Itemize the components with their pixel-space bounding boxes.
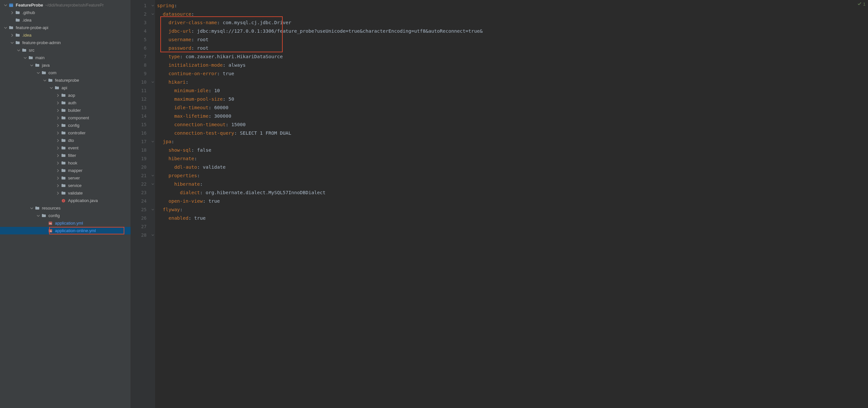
chevron-down-icon[interactable] bbox=[42, 78, 47, 83]
chevron-down-icon[interactable] bbox=[29, 63, 34, 68]
chevron-right-icon[interactable] bbox=[56, 153, 60, 158]
tree-folder[interactable]: component bbox=[0, 114, 130, 122]
chevron-right-icon[interactable] bbox=[56, 116, 60, 120]
chevron-right-icon[interactable] bbox=[10, 33, 14, 38]
chevron-right-icon[interactable] bbox=[56, 131, 60, 135]
code-line[interactable]: minimum-idle: 10 bbox=[157, 86, 868, 95]
tree-folder[interactable]: src bbox=[0, 46, 130, 54]
code-line[interactable]: type: com.zaxxer.hikari.HikariDataSource bbox=[157, 52, 868, 61]
tree-folder[interactable]: .idea bbox=[0, 31, 130, 39]
chevron-right-icon[interactable] bbox=[56, 183, 60, 188]
code-line[interactable]: jpa: bbox=[157, 137, 868, 146]
code-line[interactable] bbox=[157, 231, 868, 239]
code-line[interactable]: connection-timeout: 15000 bbox=[157, 120, 868, 129]
fold-open-icon[interactable] bbox=[151, 137, 155, 146]
code-line[interactable]: maximum-pool-size: 50 bbox=[157, 95, 868, 103]
code-line[interactable]: password: root bbox=[157, 44, 868, 52]
tree-folder[interactable]: builder bbox=[0, 107, 130, 114]
tree-folder[interactable]: config bbox=[0, 212, 130, 219]
tree-folder[interactable]: config bbox=[0, 122, 130, 129]
code-line[interactable]: ddl-auto: validate bbox=[157, 163, 868, 171]
chevron-right-icon[interactable] bbox=[56, 176, 60, 180]
chevron-right-icon[interactable] bbox=[56, 146, 60, 150]
chevron-right-icon[interactable] bbox=[56, 138, 60, 143]
tree-folder[interactable]: dto bbox=[0, 137, 130, 144]
code-line[interactable]: initialization-mode: always bbox=[157, 61, 868, 69]
tree-folder[interactable]: aop bbox=[0, 92, 130, 99]
chevron-down-icon[interactable] bbox=[23, 56, 28, 60]
code-line[interactable]: connection-test-query: SELECT 1 FROM DUA… bbox=[157, 129, 868, 137]
code-line[interactable]: show-sql: false bbox=[157, 146, 868, 154]
code-line[interactable]: continue-on-error: true bbox=[157, 69, 868, 78]
tree-folder[interactable]: server bbox=[0, 174, 130, 182]
tree-folder[interactable]: mapper bbox=[0, 167, 130, 174]
tree-folder[interactable]: hook bbox=[0, 159, 130, 167]
analysis-status[interactable]: 1 bbox=[857, 1, 865, 7]
code-line[interactable]: idle-timeout: 60000 bbox=[157, 103, 868, 112]
chevron-right-icon[interactable] bbox=[56, 108, 60, 113]
tree-folder[interactable]: featureprobe bbox=[0, 76, 130, 84]
tree-folder[interactable]: filter bbox=[0, 152, 130, 159]
tree-folder[interactable]: com bbox=[0, 69, 130, 76]
chevron-down-icon[interactable] bbox=[36, 213, 40, 218]
chevron-down-icon[interactable] bbox=[10, 40, 14, 45]
chevron-down-icon[interactable] bbox=[3, 3, 8, 7]
fold-open-icon[interactable] bbox=[151, 205, 155, 214]
chevron-right-icon[interactable] bbox=[56, 161, 60, 165]
tree-folder[interactable]: validate bbox=[0, 189, 130, 197]
code-line[interactable]: spring: bbox=[157, 1, 868, 10]
chevron-down-icon[interactable] bbox=[29, 206, 34, 210]
tree-folder[interactable]: feature-probe-api bbox=[0, 24, 130, 31]
code-line[interactable]: properties: bbox=[157, 171, 868, 180]
chevron-right-icon[interactable] bbox=[56, 93, 60, 98]
chevron-right-icon[interactable] bbox=[56, 101, 60, 105]
code-line[interactable]: open-in-view: true bbox=[157, 197, 868, 205]
code-line[interactable]: username: root bbox=[157, 35, 868, 44]
project-tree-panel[interactable]: FeatureProbe~/didi/featureprobe/ssh/Feat… bbox=[0, 0, 131, 408]
chevron-down-icon[interactable] bbox=[17, 48, 21, 53]
fold-open-icon[interactable] bbox=[151, 231, 155, 239]
tree-folder[interactable]: event bbox=[0, 144, 130, 152]
code-line[interactable]: hibernate: bbox=[157, 180, 868, 188]
code-line[interactable] bbox=[157, 222, 868, 231]
tree-folder[interactable]: service bbox=[0, 182, 130, 189]
tree-folder[interactable]: main bbox=[0, 54, 130, 62]
code-line[interactable]: driver-class-name: com.mysql.cj.jdbc.Dri… bbox=[157, 18, 868, 27]
tree-folder[interactable]: controller bbox=[0, 129, 130, 137]
chevron-down-icon[interactable] bbox=[3, 26, 8, 30]
chevron-right-icon[interactable] bbox=[56, 123, 60, 128]
tree-folder[interactable]: java bbox=[0, 62, 130, 69]
code-line[interactable]: max-lifetime: 300000 bbox=[157, 112, 868, 120]
tree-file[interactable]: JApplication.java bbox=[0, 197, 130, 204]
tree-folder[interactable]: FeatureProbe~/didi/featureprobe/ssh/Feat… bbox=[0, 1, 130, 9]
code-area[interactable]: spring: datasource: driver-class-name: c… bbox=[155, 0, 868, 408]
fold-open-icon[interactable] bbox=[151, 10, 155, 18]
chevron-down-icon[interactable] bbox=[49, 86, 54, 90]
chevron-right-icon[interactable] bbox=[56, 168, 60, 173]
tree-folder[interactable]: .idea bbox=[0, 16, 130, 24]
fold-open-icon[interactable] bbox=[151, 171, 155, 180]
code-line[interactable]: flyway: bbox=[157, 205, 868, 214]
chevron-right-icon[interactable] bbox=[56, 191, 60, 196]
fold-open-icon[interactable] bbox=[151, 180, 155, 188]
tree-folder[interactable]: api bbox=[0, 84, 130, 92]
tree-folder[interactable]: .github bbox=[0, 9, 130, 16]
fold-open-icon[interactable] bbox=[151, 1, 155, 10]
code-line[interactable]: jdbc-url: jdbc:mysql://127.0.0.1:3306/fe… bbox=[157, 27, 868, 35]
tree-file[interactable]: YMLapplication-online.yml bbox=[0, 227, 130, 234]
code-editor[interactable]: 1234567891011121314151617181920212223242… bbox=[131, 0, 868, 408]
code-line[interactable]: dialect: org.hibernate.dialect.MySQL57In… bbox=[157, 188, 868, 197]
fold-gutter[interactable] bbox=[151, 0, 155, 408]
code-line[interactable]: hibernate: bbox=[157, 154, 868, 163]
tree-folder[interactable]: auth bbox=[0, 99, 130, 107]
fold-none bbox=[151, 69, 155, 78]
code-line[interactable]: enabled: true bbox=[157, 214, 868, 222]
fold-open-icon[interactable] bbox=[151, 78, 155, 86]
tree-folder[interactable]: feature-probe-admin bbox=[0, 39, 130, 46]
code-line[interactable]: hikari: bbox=[157, 78, 868, 86]
code-line[interactable]: datasource: bbox=[157, 10, 868, 18]
tree-file[interactable]: YMLapplication.yml bbox=[0, 219, 130, 227]
tree-folder[interactable]: resources bbox=[0, 204, 130, 212]
chevron-down-icon[interactable] bbox=[36, 71, 40, 75]
chevron-right-icon[interactable] bbox=[10, 10, 14, 15]
